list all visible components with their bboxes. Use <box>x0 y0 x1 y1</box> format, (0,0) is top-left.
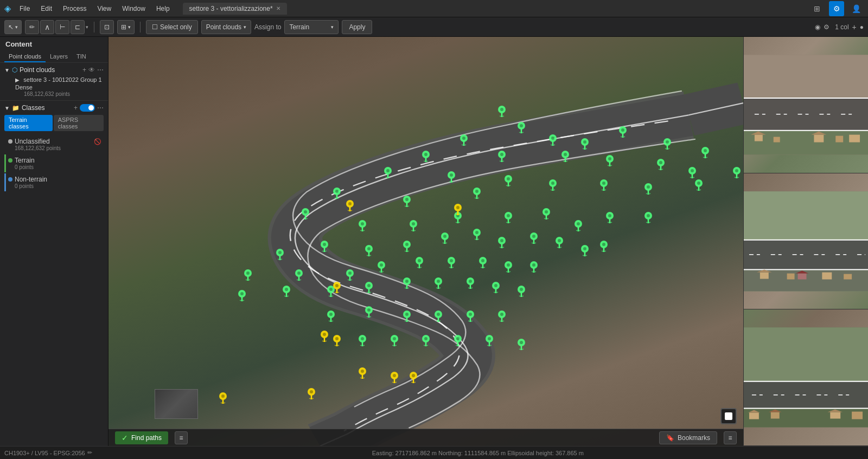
find-paths-button[interactable]: ✓ Find paths <box>115 431 168 444</box>
expand-arrow[interactable]: ▼ <box>4 67 10 73</box>
map-pin[interactable] <box>346 199 354 213</box>
polygon-tool-button[interactable]: ∧ <box>40 20 54 34</box>
stop-button[interactable] <box>720 408 737 424</box>
tab-point-clouds[interactable]: Point clouds <box>4 51 46 62</box>
tab-tin[interactable]: TIN <box>72 51 91 62</box>
more-options-button[interactable]: ⋯ <box>97 66 104 74</box>
map-pin[interactable] <box>599 179 608 192</box>
add-class-button[interactable]: + <box>74 104 78 112</box>
menu-window[interactable]: Window <box>118 4 150 14</box>
map-pin[interactable] <box>555 236 564 250</box>
map-pin[interactable] <box>732 166 741 180</box>
map-pin[interactable] <box>517 285 526 299</box>
map-pin[interactable] <box>497 236 506 250</box>
map-collapse-right[interactable]: ≡ <box>724 431 737 444</box>
map-pin[interactable] <box>358 219 367 233</box>
select-tool-button[interactable]: ↖ ▾ <box>4 20 22 34</box>
menu-help[interactable]: Help <box>152 4 174 14</box>
asprs-classes-tab[interactable]: ASPRS classes <box>54 115 104 131</box>
map-pin[interactable] <box>454 203 462 217</box>
apply-button[interactable]: Apply <box>342 20 372 34</box>
add-cloud-button[interactable]: + <box>82 66 86 74</box>
map-pin[interactable] <box>529 261 538 274</box>
settings-button[interactable]: ⚙ <box>829 1 844 16</box>
ruler-tool-button[interactable]: ⊢ <box>55 20 69 34</box>
settings-filter-icon[interactable]: ⚙ <box>824 23 829 31</box>
map-pin[interactable] <box>688 166 697 180</box>
map-pin[interactable] <box>327 310 335 324</box>
map-pin[interactable] <box>282 285 291 299</box>
bookmarks-button[interactable]: 🔖 Bookmarks <box>659 431 717 444</box>
point-clouds-dropdown[interactable]: Point clouds ▾ <box>201 20 251 34</box>
map-pin[interactable] <box>333 281 341 295</box>
map-pin[interactable] <box>238 289 246 303</box>
map-pin[interactable] <box>409 219 418 233</box>
map-pin[interactable] <box>403 310 411 324</box>
map-pin[interactable] <box>409 371 418 385</box>
map-pin[interactable] <box>478 256 487 270</box>
map-pin[interactable] <box>333 334 341 348</box>
map-pin[interactable] <box>574 219 583 233</box>
map-pin[interactable] <box>358 334 367 348</box>
class-item-unclassified[interactable]: Unclassified 🚫 168,122,632 points <box>4 135 104 153</box>
select-only-button[interactable]: ☐ Select only <box>146 20 198 34</box>
map-pin[interactable] <box>377 261 386 274</box>
bracket-tool-button[interactable]: ⊏ <box>71 20 85 34</box>
dropdown-arrow-draw[interactable]: ▾ <box>86 24 88 30</box>
user-button[interactable]: 👤 <box>848 1 864 16</box>
classes-toggle[interactable] <box>80 104 95 112</box>
map-pin[interactable] <box>605 211 614 225</box>
map-pin[interactable] <box>663 138 672 151</box>
map-pin[interactable] <box>466 310 475 324</box>
map-pin[interactable] <box>504 211 513 225</box>
map-pin[interactable] <box>295 269 303 282</box>
menu-edit[interactable]: Edit <box>36 4 56 14</box>
map-pin[interactable] <box>548 179 557 192</box>
map-pin[interactable] <box>422 334 430 348</box>
tab-layers[interactable]: Layers <box>46 51 72 62</box>
map-pin[interactable] <box>529 232 538 245</box>
map-pin[interactable] <box>701 146 710 160</box>
map-pin[interactable] <box>365 244 373 258</box>
active-tab[interactable]: settore 3 - vettorializzazione* ✕ <box>183 3 287 15</box>
map-pin[interactable] <box>548 134 557 147</box>
map-pin[interactable] <box>517 121 526 135</box>
map-pin[interactable] <box>346 269 354 282</box>
map-pin[interactable] <box>504 174 513 188</box>
terrain-dropdown[interactable]: Terrain ▾ <box>284 20 339 34</box>
map-pin[interactable] <box>390 371 399 385</box>
map-pin[interactable] <box>333 187 341 201</box>
filter-icon[interactable]: ◉ <box>815 23 820 31</box>
map-pin[interactable] <box>441 232 449 245</box>
map-pin[interactable] <box>644 183 653 196</box>
map-pin[interactable] <box>605 154 614 168</box>
map-collapse-left[interactable]: ≡ <box>175 431 188 444</box>
map-pin[interactable] <box>434 310 443 324</box>
map-pin[interactable] <box>307 387 316 401</box>
map-pin[interactable] <box>365 306 373 319</box>
map-pin[interactable] <box>403 240 411 254</box>
map-pin[interactable] <box>599 240 608 254</box>
menu-process[interactable]: Process <box>59 4 91 14</box>
map-pin[interactable] <box>422 150 430 164</box>
map-pin[interactable] <box>656 158 665 172</box>
map-pin[interactable] <box>276 248 284 262</box>
edit-crs-button[interactable]: ✏ <box>87 449 92 456</box>
map-pin[interactable] <box>504 261 513 274</box>
map-pin[interactable] <box>384 166 392 180</box>
map-pin[interactable] <box>497 310 506 324</box>
map-pin[interactable] <box>497 105 506 119</box>
map-pin[interactable] <box>580 138 589 151</box>
map-pin[interactable] <box>542 208 551 221</box>
map-pin[interactable] <box>561 150 570 164</box>
map-pin[interactable] <box>454 334 462 348</box>
map-pin[interactable] <box>466 277 475 290</box>
map-pin[interactable] <box>485 334 494 348</box>
grid-view-button[interactable]: ⊞ <box>809 1 825 16</box>
map-pin[interactable] <box>644 211 653 225</box>
map-pin[interactable] <box>517 338 526 352</box>
add-col-button[interactable]: + <box>852 23 857 31</box>
map-pin[interactable] <box>358 367 367 380</box>
map-pin[interactable] <box>403 195 411 209</box>
draw-tool-button[interactable]: ✏ <box>25 20 39 34</box>
